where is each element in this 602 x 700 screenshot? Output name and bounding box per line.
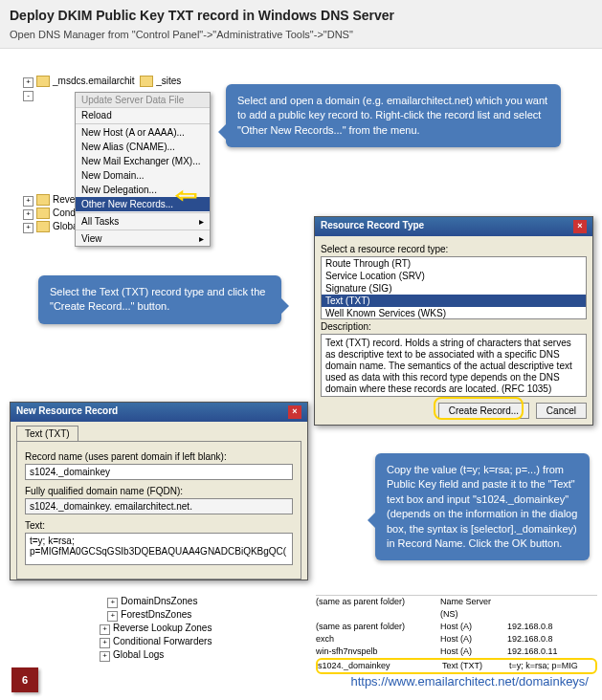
table-row[interactable]: exchHost (A)192.168.0.8 bbox=[316, 633, 597, 645]
list-item-txt[interactable]: Text (TXT) bbox=[322, 295, 586, 307]
context-menu: Update Server Data File Reload New Host … bbox=[75, 92, 211, 247]
record-type-list[interactable]: Route Through (RT) Service Location (SRV… bbox=[321, 256, 587, 319]
folder-icon bbox=[36, 208, 50, 219]
ctx-item[interactable]: New Alias (CNAME)... bbox=[76, 140, 210, 154]
folder-icon bbox=[36, 194, 50, 206]
table-row[interactable]: (same as parent folder)Host (A)192.168.0… bbox=[316, 621, 597, 633]
dialog-title: Resource Record Type bbox=[321, 220, 424, 233]
label: Record name (uses parent domain if left … bbox=[25, 451, 293, 462]
doc-subtitle: Open DNS Manager from "Control Panel"->"… bbox=[10, 29, 592, 40]
ctx-item[interactable]: New Mail Exchanger (MX)... bbox=[76, 154, 210, 168]
table-row[interactable]: (same as parent folder)Name Server (NS) bbox=[316, 596, 597, 621]
description-box: Text (TXT) record. Holds a string of cha… bbox=[321, 334, 587, 397]
table-row[interactable]: win-sfh7nvspelbHost (A)192.168.0.11 bbox=[316, 645, 597, 658]
tree-node[interactable]: Reverse Lookup Zones bbox=[113, 623, 212, 633]
label: Select a resource record type: bbox=[321, 244, 587, 254]
fqdn-field: s1024._domainkey. emailarchitect.net. bbox=[25, 498, 293, 514]
close-icon[interactable]: × bbox=[288, 405, 301, 419]
list-item[interactable]: Route Through (RT) bbox=[322, 257, 586, 270]
close-icon[interactable]: × bbox=[573, 220, 587, 233]
callout-1: Select and open a domain (e.g. emailarch… bbox=[226, 84, 561, 147]
list-item[interactable]: Signature (SIG) bbox=[322, 282, 586, 295]
record-name-input[interactable]: s1024._domainkey bbox=[25, 464, 293, 480]
expand-icon[interactable]: + bbox=[23, 77, 33, 88]
ctx-item[interactable]: New Domain... bbox=[76, 168, 210, 183]
label: Fully qualified domain name (FQDN): bbox=[25, 486, 293, 496]
tree-node[interactable]: Cond bbox=[53, 208, 76, 218]
ctx-header: Update Server Data File bbox=[76, 93, 210, 108]
list-item[interactable]: Service Location (SRV) bbox=[322, 270, 586, 282]
list-item[interactable]: Well Known Services (WKS) bbox=[322, 307, 586, 319]
records-table: (same as parent folder)Name Server (NS) … bbox=[316, 595, 597, 674]
expand-icon[interactable]: + bbox=[107, 598, 118, 608]
ctx-item[interactable]: New Host (A or AAAA)... bbox=[76, 125, 210, 140]
callout-3: Copy the value (t=y; k=rsa; p=...) from … bbox=[375, 453, 590, 560]
ctx-item[interactable]: View▸ bbox=[76, 231, 210, 246]
label: Description: bbox=[321, 321, 587, 332]
expand-icon[interactable]: + bbox=[23, 196, 33, 207]
text-input[interactable]: t=y; k=rsa; p=MIGfMA0GCSqGSIb3DQEBAQUAA4… bbox=[25, 533, 293, 565]
tree-node[interactable]: Global Logs bbox=[113, 649, 164, 660]
expand-icon[interactable]: + bbox=[100, 638, 110, 648]
tree-node[interactable]: DomainDnsZones bbox=[121, 596, 197, 606]
dialog-resource-record-type: Resource Record Type× Select a resource … bbox=[314, 216, 593, 426]
expand-icon[interactable]: + bbox=[100, 624, 110, 635]
expand-icon[interactable]: + bbox=[23, 223, 33, 233]
tree-node[interactable]: ForestDnsZones bbox=[121, 609, 191, 620]
ctx-item[interactable]: Reload bbox=[76, 108, 210, 122]
expand-icon[interactable]: + bbox=[107, 611, 118, 622]
folder-icon bbox=[140, 76, 153, 87]
collapse-icon[interactable]: - bbox=[23, 91, 33, 101]
tree-node[interactable]: Reve bbox=[53, 194, 75, 205]
expand-icon[interactable]: + bbox=[23, 209, 33, 220]
dialog-title: New Resource Record bbox=[16, 405, 118, 419]
page-number: 6 bbox=[11, 667, 38, 692]
ctx-item[interactable]: All Tasks▸ bbox=[76, 214, 210, 229]
arrow-icon: ⇦ bbox=[175, 184, 198, 207]
doc-header: Deploy DKIM Public Key TXT record in Win… bbox=[0, 0, 602, 49]
expand-icon[interactable]: + bbox=[100, 651, 110, 662]
footer-link[interactable]: https://www.emailarchitect.net/domainkey… bbox=[350, 674, 589, 689]
tab-text-txt[interactable]: Text (TXT) bbox=[16, 426, 78, 441]
folder-icon bbox=[36, 76, 50, 87]
dialog-new-resource-record: New Resource Record× Text (TXT) Record n… bbox=[10, 402, 308, 580]
cancel-button[interactable]: Cancel bbox=[536, 403, 587, 419]
highlight-ring bbox=[434, 397, 524, 420]
table-row-highlighted[interactable]: s1024._domainkeyText (TXT)t=y; k=rsa; p=… bbox=[316, 658, 597, 674]
tree-node[interactable]: _sites bbox=[156, 76, 181, 86]
callout-2: Select the Text (TXT) record type and cl… bbox=[38, 275, 281, 324]
folder-icon bbox=[36, 221, 50, 232]
tree-node[interactable]: Conditional Forwarders bbox=[113, 636, 212, 646]
doc-title: Deploy DKIM Public Key TXT record in Win… bbox=[10, 8, 592, 23]
label: Text: bbox=[25, 520, 293, 531]
tree-node[interactable]: _msdcs.emailarchit bbox=[53, 76, 135, 86]
dns-tree-lower: +DomainDnsZones +ForestDnsZones +Reverse… bbox=[100, 595, 306, 662]
